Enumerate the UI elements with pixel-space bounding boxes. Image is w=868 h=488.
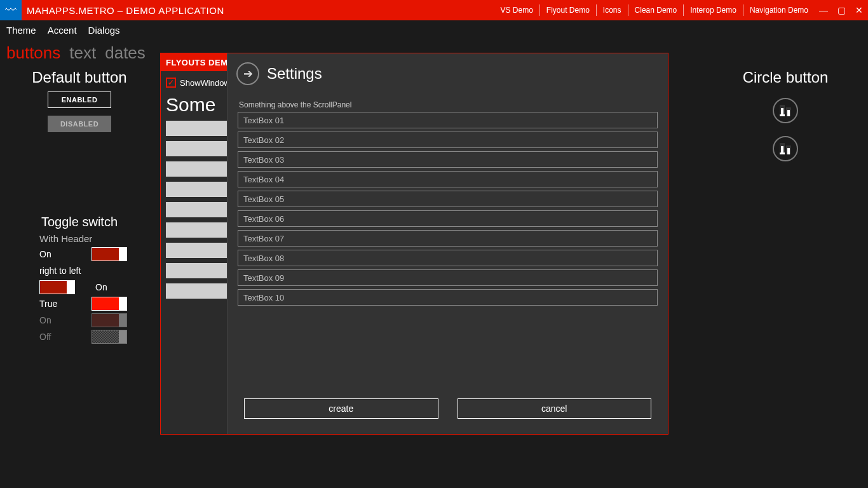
tab-buttons[interactable]: buttons [6,43,60,63]
flyout-title: Settings [267,65,322,83]
flyout-header: ➔ Settings [227,53,668,89]
show-window-checkbox[interactable]: ✓ [166,78,176,88]
link-icons[interactable]: Icons [597,4,628,16]
buildings-icon [780,105,791,116]
menu-dialogs[interactable]: Dialogs [88,25,120,36]
disabled-button: DISABLED [48,116,111,132]
flyout-body [227,112,668,388]
create-button[interactable]: create [244,398,438,419]
buildings-icon [780,143,791,154]
flyouts-demo-window: FLYOUTS DEMO ✋ ☝ | — ▢ ✕ ✓ ShowWindow So… [160,53,668,435]
tab-text[interactable]: text [69,43,96,63]
toggle-title: Toggle switch [6,215,153,229]
circle-button-1[interactable] [773,98,798,123]
circle-button-2[interactable] [773,136,798,161]
textbox-01[interactable] [238,112,658,128]
main-titlebar: 〰 MAHAPPS.METRO – DEMO APPLICATION VS De… [0,0,868,20]
link-navigation-demo[interactable]: Navigation Demo [743,4,815,16]
toggle-on[interactable] [92,247,127,261]
right-column: Circle button [722,69,849,168]
link-interop-demo[interactable]: Interop Demo [684,4,743,16]
link-clean-demo[interactable]: Clean Demo [628,4,684,16]
textbox-10[interactable] [238,289,658,306]
circle-button-title: Circle button [722,69,849,86]
textbox-04[interactable] [238,171,658,187]
minimize-button[interactable]: — [815,0,832,20]
toggle-label-on2: On [95,282,127,292]
link-flyout-demo[interactable]: Flyout Demo [540,4,597,16]
textbox-02[interactable] [238,132,658,148]
menu-accent[interactable]: Accent [48,25,77,36]
subwin-title: FLYOUTS DEMO [166,58,234,67]
default-button-title: Default button [6,69,153,86]
textbox-05[interactable] [238,191,658,207]
toggle-section: Toggle switch With Header On right to le… [6,215,153,344]
toggle-true[interactable] [92,297,127,311]
toggle-label-on: On [39,249,71,259]
toggle-label-off: Off [39,332,71,342]
textbox-06[interactable] [238,210,658,227]
toggle-on-dim [92,313,127,327]
enabled-button[interactable]: ENABLED [48,92,111,108]
app-title: MAHAPPS.METRO – DEMO APPLICATION [27,5,224,16]
left-column: Default button ENABLED DISABLED Toggle s… [0,69,159,346]
textbox-08[interactable] [238,250,658,266]
menubar: Theme Accent Dialogs [0,20,868,39]
logo-icon: 〰 [0,0,22,20]
settings-flyout: ➔ Settings Something above the ScrollPan… [227,53,668,434]
toggle-label-on-dim: On [39,315,71,325]
menu-theme[interactable]: Theme [6,25,36,36]
textbox-09[interactable] [238,269,658,286]
titlebar-links: VS Demo Flyout Demo Icons Clean Demo Int… [494,0,868,20]
close-button[interactable]: ✕ [850,0,868,20]
maximize-button[interactable]: ▢ [832,0,850,20]
toggle-subtitle: With Header [39,233,153,244]
toggle-rtl[interactable] [39,280,75,294]
textbox-07[interactable] [238,230,658,247]
show-window-label: ShowWindow [180,78,230,88]
flyout-back-button[interactable]: ➔ [236,62,259,85]
arrow-right-icon: ➔ [243,67,253,81]
flyout-above-label: Something above the ScrollPanel [227,89,668,112]
textbox-03[interactable] [238,151,658,168]
tab-dates[interactable]: dates [105,43,146,63]
cancel-button[interactable]: cancel [458,398,652,419]
link-vs-demo[interactable]: VS Demo [494,4,539,16]
flyout-footer: create cancel [227,388,668,434]
toggle-off [92,330,127,344]
toggle-label-rtl: right to left [39,266,81,276]
toggle-label-true: True [39,299,71,309]
